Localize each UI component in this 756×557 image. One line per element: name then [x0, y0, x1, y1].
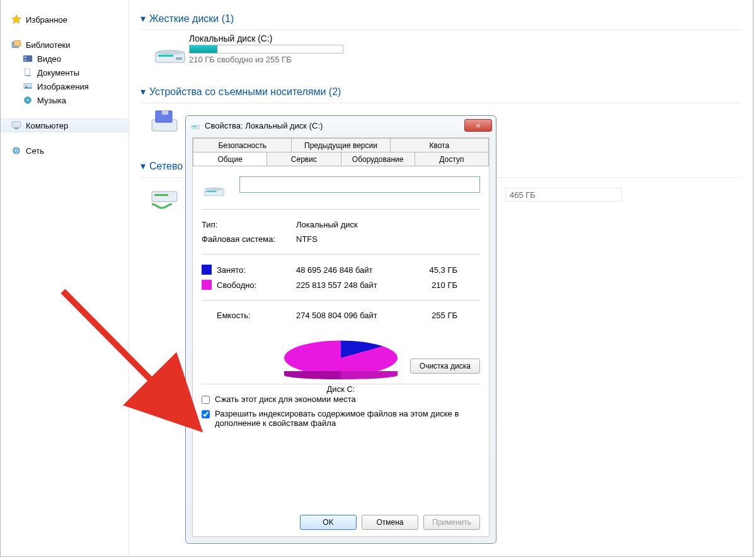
network-icon	[11, 145, 22, 156]
tab-hardware[interactable]: Оборудование	[341, 152, 415, 166]
sidebar-images[interactable]: Изображения	[1, 79, 129, 93]
svg-rect-5	[25, 69, 30, 76]
partial-size-cell: 465 ГБ	[505, 188, 622, 202]
sidebar-network[interactable]: Сеть	[1, 144, 129, 158]
divider	[140, 103, 742, 103]
tab-service[interactable]: Сервис	[267, 152, 341, 166]
tab-general-pane: Тип: Локальный диск Файловая система: NT…	[193, 166, 489, 536]
apply-button[interactable]: Применить	[423, 515, 480, 530]
svg-rect-22	[152, 192, 177, 202]
sidebar-music[interactable]: Музыка	[1, 93, 129, 107]
kv-type: Тип: Локальный диск	[202, 217, 480, 232]
sidebar-computer[interactable]: Компьютер	[1, 118, 129, 132]
svg-rect-6	[26, 76, 31, 76]
separator	[202, 254, 480, 255]
sidebar-libraries[interactable]: Библиотеки	[1, 38, 129, 52]
svg-rect-1	[14, 40, 21, 46]
tab-previous-versions[interactable]: Предыдущие версии	[292, 138, 390, 152]
row-capacity: Емкость: 274 508 804 096 байт 255 ГБ	[202, 308, 480, 323]
video-icon	[22, 53, 33, 64]
computer-icon	[11, 120, 22, 131]
used-swatch	[202, 265, 212, 275]
sidebar-documents[interactable]: Документы	[1, 66, 129, 79]
svg-rect-23	[154, 194, 168, 196]
storage-bar	[189, 45, 343, 54]
value-bytes: 225 813 557 248 байт	[296, 280, 407, 290]
drive-tile-c[interactable]: Локальный диск (C:) 210 ГБ свободно из 2…	[148, 30, 372, 74]
ok-button[interactable]: OK	[300, 515, 357, 530]
label: Емкость:	[217, 311, 296, 320]
svg-rect-3	[25, 57, 26, 58]
svg-rect-16	[158, 55, 173, 57]
libraries-icon	[11, 39, 22, 50]
value-gb: 210 ГБ	[407, 280, 457, 290]
hdd-icon	[202, 176, 227, 202]
tabs-container: Безопасность Предыдущие версии Квота Общ…	[192, 137, 490, 537]
sidebar-label: Видео	[37, 54, 61, 64]
network-drive-icon	[148, 181, 181, 209]
documents-icon	[22, 67, 33, 78]
svg-rect-21	[162, 111, 168, 115]
drive-free-text: 210 ГБ свободно из 255 ГБ	[189, 55, 369, 64]
tab-access[interactable]: Доступ	[415, 152, 489, 166]
star-icon	[11, 14, 22, 25]
properties-dialog: Свойства: Локальный диск (C:) × Безопасн…	[185, 115, 496, 544]
pie-chart-icon	[284, 341, 398, 376]
hdd-icon	[190, 120, 201, 131]
svg-rect-12	[14, 128, 18, 129]
separator	[202, 209, 480, 210]
sidebar-video[interactable]: Видео	[1, 52, 129, 66]
label: Файловая система:	[202, 234, 296, 244]
music-icon	[22, 95, 33, 106]
tab-quota[interactable]: Квота	[391, 138, 489, 152]
value-bytes: 48 695 246 848 байт	[296, 265, 407, 275]
sidebar-label: Музыка	[37, 96, 66, 105]
value: Локальный диск	[296, 220, 358, 229]
svg-point-10	[27, 100, 29, 101]
disk-cleanup-button[interactable]: Очистка диска	[410, 359, 480, 374]
svg-rect-11	[12, 122, 21, 127]
separator	[202, 300, 480, 301]
collapse-icon: ▾	[140, 86, 146, 98]
images-icon	[22, 81, 33, 92]
kv-filesystem: Файловая система: NTFS	[202, 232, 480, 246]
svg-rect-17	[176, 57, 182, 60]
value-bytes: 274 508 804 096 байт	[296, 311, 407, 320]
collapse-icon: ▾	[140, 160, 146, 172]
sidebar-label: Избранное	[26, 15, 67, 25]
section-removable[interactable]: ▾ Устройства со съемными носителями (2)	[140, 86, 742, 98]
sidebar-label: Документы	[37, 68, 79, 78]
cancel-button[interactable]: Отмена	[362, 515, 418, 530]
tab-general[interactable]: Общие	[193, 152, 267, 166]
sidebar-label: Библиотеки	[26, 40, 70, 50]
checkbox-index-row: Разрешить индексировать содержимое файло…	[202, 406, 480, 430]
svg-rect-4	[25, 59, 26, 60]
floppy-icon	[148, 107, 181, 135]
svg-point-28	[205, 187, 224, 190]
compress-checkbox[interactable]	[202, 396, 210, 404]
close-button[interactable]: ×	[464, 119, 492, 132]
value: NTFS	[296, 234, 318, 244]
index-checkbox[interactable]	[202, 410, 210, 418]
close-icon: ×	[476, 121, 481, 130]
label: Свободно:	[217, 280, 296, 290]
dialog-titlebar[interactable]: Свойства: Локальный диск (C:) ×	[186, 116, 496, 135]
sidebar-favorites[interactable]: Избранное	[1, 13, 129, 26]
svg-rect-13	[14, 129, 20, 129]
collapse-icon: ▾	[140, 13, 146, 25]
section-hdd[interactable]: ▾ Жесткие диски (1)	[140, 13, 742, 25]
disk-name-input[interactable]	[239, 176, 480, 193]
section-title: Жесткие диски (1)	[149, 13, 234, 25]
pie-label: Диск C:	[327, 384, 355, 394]
navigation-sidebar: Избранное Библиотеки Видео Документы	[1, 0, 129, 556]
checkbox-label: Сжать этот диск для экономии места	[215, 394, 356, 404]
row-free: Свободно: 225 813 557 248 байт 210 ГБ	[202, 277, 480, 292]
drive-name: Локальный диск (C:)	[189, 33, 369, 43]
tab-security[interactable]: Безопасность	[193, 138, 292, 152]
label: Тип:	[202, 220, 296, 229]
tab-row-back: Безопасность Предыдущие версии Квота	[193, 138, 489, 152]
value-gb: 255 ГБ	[407, 311, 457, 320]
checkbox-label: Разрешить индексировать содержимое файло…	[215, 409, 480, 428]
free-swatch	[202, 280, 212, 290]
value-gb: 45,3 ГБ	[407, 265, 457, 275]
